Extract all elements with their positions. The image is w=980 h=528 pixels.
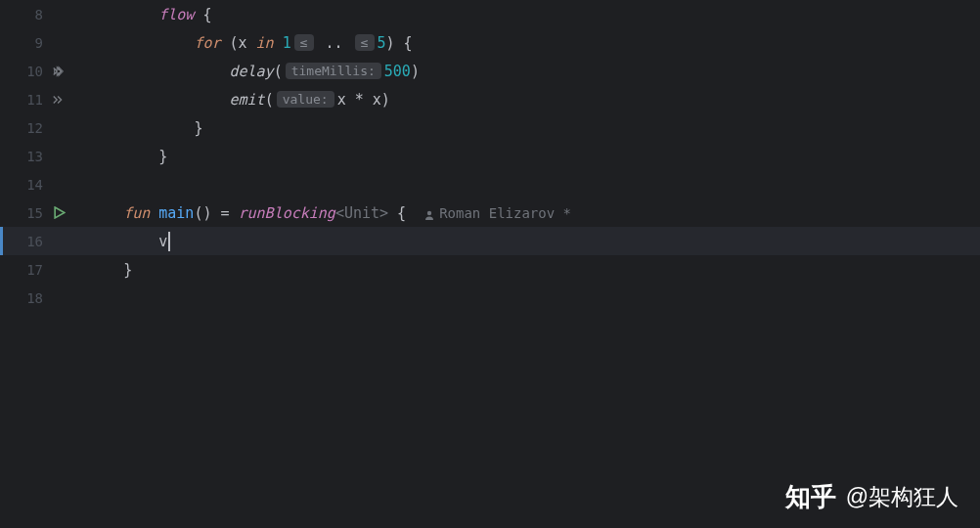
gutter-row: 18 [0, 284, 76, 312]
line-number: 16 [18, 234, 43, 249]
svg-point-0 [427, 210, 431, 214]
line-number: 15 [18, 205, 43, 221]
range-hint: ≤ [294, 34, 314, 51]
author-name: Roman Elizarov * [439, 205, 571, 221]
brace: } [194, 119, 202, 137]
gutter-row: 15 [0, 198, 76, 227]
code-line-current[interactable]: v [76, 227, 980, 255]
number: 1 [283, 34, 291, 52]
person-icon [423, 208, 435, 220]
code-line[interactable]: for (x in 1≤ .. ≤5) { [76, 28, 980, 57]
indent [88, 119, 194, 137]
line-number: 18 [18, 290, 43, 306]
brace: } [158, 148, 167, 165]
gutter-row: 16 [0, 227, 76, 255]
line-number: 11 [18, 92, 43, 108]
code-line[interactable] [76, 284, 980, 312]
paren: ( [265, 91, 274, 109]
keyword-in: in [247, 34, 283, 52]
code-area[interactable]: flow { for (x in 1≤ .. ≤5) { delay(timeM… [76, 0, 980, 528]
line-number: 9 [18, 35, 43, 51]
gutter-row: 12 [0, 113, 76, 142]
paren: ) [411, 63, 420, 80]
suspend-call-icon[interactable] [51, 93, 67, 107]
emit-call: emit [230, 91, 265, 109]
author-hint: Roman Elizarov * [423, 205, 571, 221]
current-line-marker [0, 227, 3, 255]
indent [88, 261, 123, 279]
run-gutter-icon[interactable] [51, 206, 67, 219]
code-line[interactable]: delay(timeMillis:500) [76, 57, 980, 85]
operator: * [346, 91, 373, 109]
brace: } [123, 261, 132, 279]
indent [88, 204, 123, 222]
equals: = [211, 204, 238, 222]
gutter-row: 11 [0, 85, 76, 113]
zhihu-logo: 知乎 [785, 480, 836, 514]
code-line[interactable]: emit(value:x * x) [76, 85, 980, 113]
paren-brace: ) { [386, 34, 413, 52]
param-hint: value: [277, 91, 334, 108]
range-hint: ≤ [355, 34, 375, 51]
suspend-call-icon[interactable] [51, 65, 67, 78]
code-line[interactable] [76, 170, 980, 198]
gutter-row: 9 [0, 28, 76, 57]
gutter: 8 9 10 11 12 13 14 [0, 0, 76, 528]
indent [88, 233, 158, 250]
indent [88, 63, 230, 80]
space [150, 204, 158, 222]
expr: x [373, 91, 381, 109]
line-number: 10 [18, 64, 43, 79]
number: 5 [378, 34, 386, 52]
function-name: main [158, 204, 194, 222]
code-line[interactable]: } [76, 142, 980, 170]
gutter-row: 17 [0, 255, 76, 284]
code-editor: 8 9 10 11 12 13 14 [0, 0, 980, 528]
text-cursor [168, 232, 170, 251]
gutter-row: 10 [0, 57, 76, 85]
brace: { [194, 6, 211, 23]
brace: { [388, 204, 406, 222]
runblocking-call: runBlocking [239, 204, 335, 222]
keyword-for: for [194, 34, 220, 52]
line-number: 13 [18, 149, 43, 164]
watermark-author: @架构狂人 [846, 482, 958, 512]
line-number: 14 [18, 177, 43, 193]
indent [88, 91, 230, 109]
flow-call: flow [158, 6, 194, 23]
range-dots: .. [317, 34, 352, 52]
number: 500 [384, 63, 411, 80]
indent [88, 34, 194, 52]
delay-call: delay [230, 63, 274, 80]
line-number: 17 [18, 262, 43, 278]
param-hint: timeMillis: [286, 63, 381, 79]
code-line[interactable]: } [76, 113, 980, 142]
code-line[interactable]: } [76, 255, 980, 284]
expr: x [337, 91, 346, 109]
gutter-row: 8 [0, 0, 76, 28]
code-line[interactable]: flow { [76, 0, 980, 28]
indent [88, 6, 158, 23]
line-number: 8 [18, 7, 43, 22]
gutter-row: 14 [0, 170, 76, 198]
type-arg: <Unit> [335, 204, 388, 222]
code-line[interactable]: fun main() = runBlocking<Unit> {Roman El… [76, 198, 980, 227]
paren: ( [220, 34, 238, 52]
watermark: 知乎 @架构狂人 [785, 480, 958, 514]
variable: x [239, 34, 247, 52]
parens: () [194, 204, 211, 222]
paren: ) [381, 91, 390, 109]
indent [88, 148, 158, 165]
line-number: 12 [18, 120, 43, 136]
typed-text: v [158, 233, 167, 250]
keyword-fun: fun [123, 204, 150, 222]
paren: ( [274, 63, 283, 80]
gutter-row: 13 [0, 142, 76, 170]
